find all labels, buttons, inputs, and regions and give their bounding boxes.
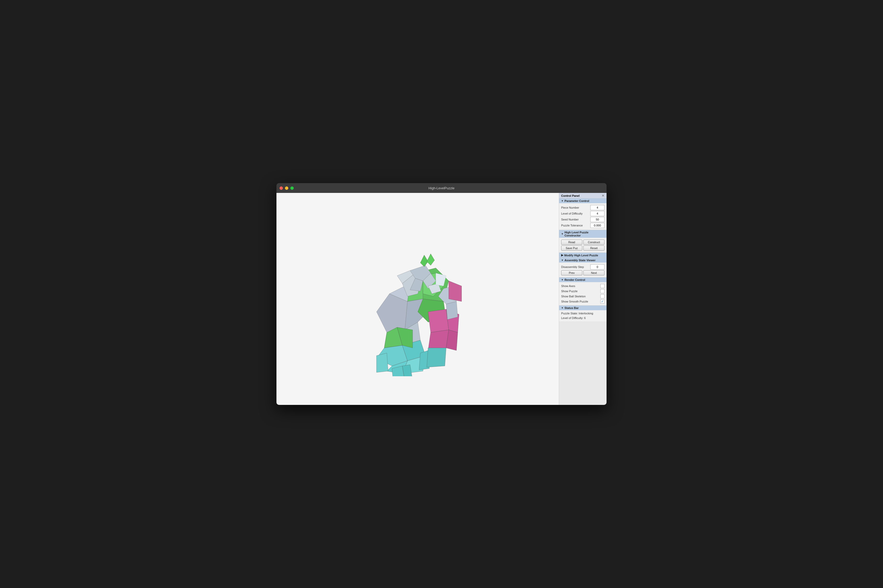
- show-smooth-puzzle-checkbox[interactable]: ✓: [600, 299, 604, 303]
- panel-header: Control Panel ✕: [559, 193, 607, 199]
- assembly-arrow: ▼: [561, 259, 564, 261]
- control-panel: Control Panel ✕ ▼ Parameter Control Piec…: [559, 193, 607, 405]
- seed-number-row: Seed Number: [561, 217, 604, 222]
- main-window: High-LevelPuzzle: [276, 183, 607, 405]
- save-reset-row: Save Puz Reset: [561, 246, 604, 250]
- prev-next-row: Prev Next: [561, 270, 604, 275]
- read-button[interactable]: Read: [561, 240, 582, 245]
- modify-arrow: ▶: [561, 254, 563, 257]
- show-smooth-puzzle-label: Show Smooth Puzzle: [561, 300, 588, 303]
- show-puzzle-row: Show Puzzle: [561, 289, 604, 294]
- traffic-lights: [280, 186, 294, 190]
- show-axes-checkbox[interactable]: [600, 284, 604, 288]
- modify-hlp-header[interactable]: ▶ Modify High Level Puzzle: [559, 253, 607, 258]
- render-arrow: ▼: [561, 279, 564, 281]
- show-ball-skeleton-checkbox[interactable]: [600, 294, 604, 298]
- svg-marker-20: [428, 330, 449, 351]
- disassembly-step-label: Disassembly Step: [561, 266, 590, 268]
- status-bar-header[interactable]: ▼ Status Bar: [559, 306, 607, 310]
- svg-marker-34: [449, 281, 462, 302]
- piece-number-input[interactable]: [590, 205, 604, 210]
- svg-marker-35: [427, 348, 446, 367]
- show-ball-skeleton-label: Show Ball Skeleton: [561, 295, 586, 298]
- hlp-constructor-label: High Level Puzzle Constructor: [565, 231, 604, 237]
- content-area: Control Panel ✕ ▼ Parameter Control Piec…: [276, 193, 607, 405]
- 3d-viewport[interactable]: [276, 193, 559, 405]
- assembly-viewer-label: Assembly State Viewer: [565, 259, 595, 262]
- title-bar: High-LevelPuzzle: [276, 183, 607, 193]
- status-bar-label: Status Bar: [565, 306, 579, 309]
- puzzle-tolerance-input[interactable]: [590, 223, 604, 228]
- assembly-viewer-header[interactable]: ▼ Assembly State Viewer: [559, 258, 607, 262]
- modify-hlp-label: Modify High Level Puzzle: [564, 254, 598, 257]
- piece-number-label: Piece Number: [561, 206, 590, 209]
- parameter-control-header[interactable]: ▼ Parameter Control: [559, 199, 607, 203]
- show-puzzle-checkbox[interactable]: [600, 289, 604, 293]
- puzzle-state-text: Puzzle State: Interlocking: [561, 311, 604, 316]
- next-button[interactable]: Next: [583, 270, 604, 275]
- level-difficulty-input[interactable]: [590, 211, 604, 216]
- render-control-content: Show Axes Show Puzzle Show Ball Skeleton…: [559, 282, 607, 305]
- svg-marker-29: [427, 254, 435, 266]
- seed-number-label: Seed Number: [561, 218, 590, 221]
- show-ball-skeleton-row: Show Ball Skeleton: [561, 294, 604, 298]
- hlp-constructor-content: Read Construct Save Puz Reset: [559, 238, 607, 252]
- save-puz-button[interactable]: Save Puz: [561, 246, 582, 250]
- svg-marker-33: [446, 302, 458, 320]
- reset-button[interactable]: Reset: [583, 246, 604, 250]
- maximize-button[interactable]: [290, 186, 294, 190]
- hlp-arrow: ▼: [561, 232, 564, 235]
- construct-button[interactable]: Construct: [583, 240, 604, 245]
- puzzle-tolerance-label: Puzzle Tolerance: [561, 224, 590, 227]
- seed-number-input[interactable]: [590, 217, 604, 222]
- read-construct-row: Read Construct: [561, 240, 604, 245]
- show-puzzle-label: Show Puzzle: [561, 290, 578, 293]
- puzzle-tolerance-row: Puzzle Tolerance: [561, 223, 604, 228]
- status-arrow: ▼: [561, 307, 564, 309]
- assembly-viewer-content: Disassembly Step Prev Next: [559, 262, 607, 277]
- parameter-control-label: Parameter Control: [565, 200, 589, 202]
- render-control-label: Render Control: [565, 278, 585, 281]
- disassembly-step-input[interactable]: [590, 264, 604, 270]
- panel-header-label: Control Panel: [561, 194, 580, 197]
- window-title: High-LevelPuzzle: [428, 186, 454, 190]
- panel-close-button[interactable]: ✕: [602, 194, 604, 197]
- piece-number-row: Piece Number: [561, 205, 604, 210]
- svg-marker-28: [420, 255, 428, 267]
- svg-marker-19: [428, 309, 449, 332]
- close-button[interactable]: [280, 186, 283, 190]
- disassembly-step-row: Disassembly Step: [561, 264, 604, 270]
- status-bar-content: Puzzle State: Interlocking Level of Diff…: [559, 310, 607, 321]
- show-smooth-puzzle-row: Show Smooth Puzzle ✓: [561, 299, 604, 304]
- show-axes-label: Show Axes: [561, 285, 575, 288]
- parameter-arrow: ▼: [561, 200, 564, 202]
- render-control-header[interactable]: ▼ Render Control: [559, 278, 607, 282]
- level-difficulty-status: Level of Difficulty: 6: [561, 316, 604, 321]
- show-axes-row: Show Axes: [561, 284, 604, 288]
- level-difficulty-row: Level of Difficulty: [561, 211, 604, 216]
- prev-button[interactable]: Prev: [561, 270, 582, 275]
- minimize-button[interactable]: [285, 186, 288, 190]
- svg-marker-11: [376, 353, 388, 372]
- level-difficulty-label: Level of Difficulty: [561, 212, 590, 215]
- 3d-model-svg: [351, 222, 485, 376]
- parameter-control-content: Piece Number Level of Difficulty Seed Nu…: [559, 203, 607, 230]
- hlp-constructor-header[interactable]: ▼ High Level Puzzle Constructor: [559, 230, 607, 238]
